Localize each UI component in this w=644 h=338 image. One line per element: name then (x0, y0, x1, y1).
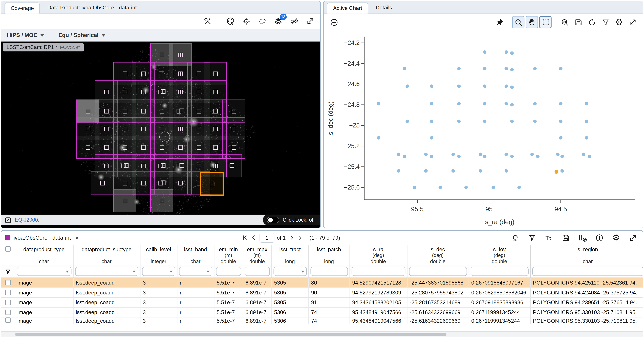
footprint-square-selected[interactable] (200, 172, 224, 196)
horizontal-scrollbar[interactable] (1, 331, 643, 337)
row-checkbox[interactable] (5, 300, 10, 305)
expand-chart-button[interactable] (626, 16, 638, 28)
select-all-checkbox[interactable] (5, 246, 10, 252)
table-row[interactable]: imagelsst.deep_coadd3r5.51e-76.891e-7530… (1, 307, 643, 317)
table-settings-button[interactable]: ⚙ (610, 232, 622, 243)
unlink-button[interactable] (288, 15, 300, 27)
row-checkbox[interactable] (5, 290, 10, 295)
save-table-button[interactable] (560, 232, 571, 243)
column-header-dataproduct_subtype[interactable]: dataproduct_subtypechar (73, 245, 140, 265)
row-checkbox[interactable] (5, 280, 10, 285)
table-row[interactable]: imagelsst.deep_coadd3r5.51e-76.891e-7530… (1, 288, 643, 297)
cell: 5305 (272, 297, 308, 307)
hips-moc-dropdown[interactable]: HiPS / MOC (7, 32, 44, 38)
cell: lsst.deep_coadd (73, 278, 140, 288)
row-checkbox[interactable] (5, 309, 10, 315)
table-row[interactable]: imagelsst.deep_coadd3r5.51e-76.891e-7530… (1, 297, 643, 307)
column-type: integer (141, 259, 176, 264)
zoom-tool-button[interactable] (512, 16, 524, 28)
tab-data-product[interactable]: Data Product: ivoa.ObsCore - data-int (41, 2, 143, 13)
table-title: ivoa.ObsCore - data-int (14, 235, 71, 241)
cell: 5306 (272, 307, 308, 317)
tab-active-chart[interactable]: Active Chart (327, 3, 368, 14)
svg-text:−24.4: −24.4 (344, 60, 360, 67)
save-chart-button[interactable] (572, 16, 584, 28)
coverage-map[interactable]: LSSTComCam: DP1 r FOV:2.9° EQ-J2000: Cli… (1, 42, 320, 228)
column-header-em_min[interactable]: em_min(m)double (214, 245, 243, 265)
next-page-button[interactable] (288, 234, 295, 241)
row-checkbox[interactable] (5, 317, 10, 323)
close-table-button[interactable]: × (75, 234, 78, 241)
select-tool-button[interactable] (539, 16, 552, 28)
column-header-lsst_tract[interactable]: lsst_tractlong (272, 245, 308, 265)
svg-text:s_dec (deg): s_dec (deg) (327, 101, 334, 135)
filter-input-lsst_patch[interactable] (310, 267, 348, 276)
column-header-s_dec[interactable]: s_dec(deg)double (407, 245, 469, 265)
column-header-s_region[interactable]: s_regionchar (530, 245, 643, 265)
filter-chart-button[interactable] (599, 16, 612, 28)
filter-input-em_max[interactable] (244, 267, 270, 276)
popout-button[interactable] (4, 216, 12, 224)
table-info-button[interactable] (594, 232, 605, 243)
footprint-square[interactable] (114, 189, 136, 212)
column-header-em_max[interactable]: em_max(m)double (243, 245, 272, 265)
filter-input-dataproduct_subtype[interactable] (75, 267, 138, 276)
expand-table-button[interactable] (627, 232, 638, 243)
filter-input-s_ra[interactable] (352, 267, 405, 276)
restore-chart-button[interactable] (586, 16, 598, 28)
add-chart-button[interactable] (328, 16, 340, 28)
filter-input-dataproduct_type[interactable] (17, 267, 71, 276)
expand-coverage-button[interactable] (304, 15, 316, 27)
tab-coverage[interactable]: Coverage (4, 3, 40, 14)
table-row[interactable]: imagelsst.deep_coadd3r5.51e-76.891e-7530… (1, 317, 643, 324)
chart-toolbar: 1x (324, 14, 643, 31)
zoom-original-button[interactable]: 1x (558, 16, 571, 28)
filter-input-s_region[interactable] (532, 267, 643, 276)
column-header-dataproduct_type[interactable]: dataproduct_typechar (15, 245, 73, 265)
page-input[interactable] (260, 233, 274, 243)
footprint-square[interactable] (150, 189, 173, 212)
text-view-button[interactable]: T t (543, 232, 554, 243)
first-page-button[interactable] (242, 234, 248, 241)
column-header-calib_level[interactable]: calib_levelinteger (140, 245, 177, 265)
filter-input-s_fov[interactable] (470, 267, 528, 276)
color-select-button[interactable] (224, 15, 236, 27)
patch-marker-icon (122, 109, 127, 113)
cell: image (15, 307, 73, 317)
table-row[interactable]: imagelsst.deep_coadd3r5.51e-76.891e-7530… (1, 278, 643, 288)
scrollbar-thumb[interactable] (15, 333, 446, 336)
prev-page-button[interactable] (250, 234, 257, 241)
column-header-lsst_patch[interactable]: lsst_patchlong (308, 245, 350, 265)
scatter-plot[interactable]: −24.2−24.4−24.6−24.8−25−25.2−25.4−25.695… (324, 31, 643, 228)
column-header-s_fov[interactable]: s_fov(deg)double (469, 245, 530, 265)
patch-marker-icon (213, 109, 218, 113)
pin-chart-button[interactable] (494, 16, 506, 28)
column-header-lsst_band[interactable]: lsst_bandchar (177, 245, 214, 265)
chart-area[interactable]: −24.2−24.4−24.6−24.8−25−25.2−25.4−25.695… (324, 31, 643, 228)
column-header-s_ra[interactable]: s_ra(deg)double (350, 245, 407, 265)
cell: 6.891e-7 (243, 307, 272, 317)
table-scroll-area[interactable]: dataproduct_typechardataproduct_subtypec… (1, 245, 643, 331)
layers-button[interactable]: 13 (272, 15, 284, 27)
footprint-square[interactable] (91, 172, 114, 195)
last-page-button[interactable] (297, 234, 304, 241)
patch-marker-icon (196, 163, 201, 168)
add-column-button[interactable] (577, 232, 588, 243)
tab-details[interactable]: Details (370, 2, 398, 13)
recenter-button[interactable] (240, 15, 252, 27)
tools-button[interactable] (201, 15, 214, 27)
click-lock-toggle[interactable]: Click Lock: off (263, 215, 320, 225)
filter-input-s_dec[interactable] (409, 267, 467, 276)
cell: image (15, 317, 73, 324)
filter-input-em_min[interactable] (216, 267, 241, 276)
select-region-button[interactable] (256, 15, 268, 27)
pan-tool-button[interactable] (526, 16, 538, 28)
filter-table-button[interactable] (526, 232, 538, 243)
chart-settings-button[interactable]: ⚙ (613, 16, 625, 28)
patch-marker-icon (160, 109, 164, 113)
table-header-bar: ivoa.ObsCore - data-int × of 1 (1 - 79 o… (1, 231, 643, 245)
data-table: dataproduct_typechardataproduct_subtypec… (1, 245, 643, 324)
projection-dropdown[interactable]: Equ / Spherical (58, 32, 106, 38)
pin-down-button[interactable] (509, 232, 521, 243)
cell: 74 (308, 307, 350, 317)
